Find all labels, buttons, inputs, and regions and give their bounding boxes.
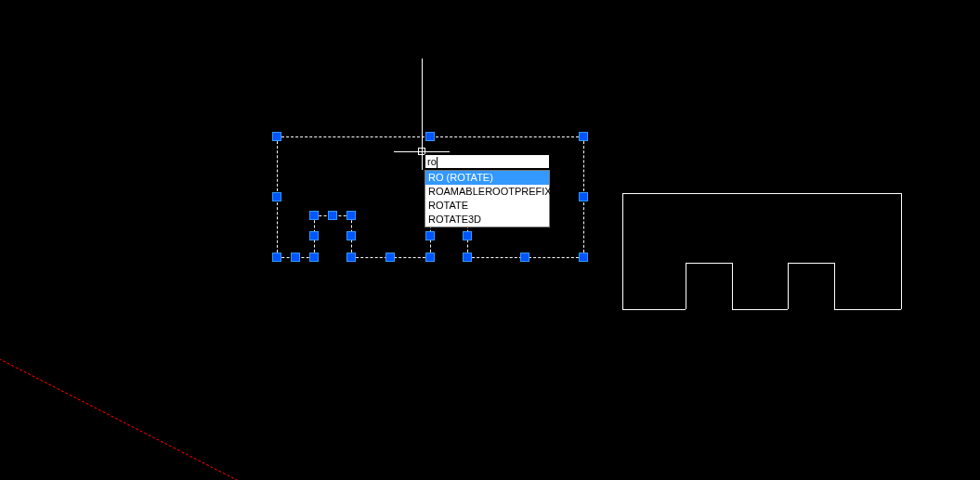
- grip-handle[interactable]: [579, 192, 588, 201]
- construction-line: [0, 335, 699, 480]
- grip-handle[interactable]: [520, 253, 529, 262]
- grip-handle[interactable]: [272, 192, 281, 201]
- autocomplete-item[interactable]: ROAMABLEROOTPREFIX: [425, 185, 549, 199]
- grip-handle[interactable]: [346, 253, 356, 262]
- grip-handle[interactable]: [579, 253, 588, 262]
- grip-handle[interactable]: [425, 231, 435, 240]
- grip-handle[interactable]: [346, 231, 356, 240]
- autocomplete-dropdown[interactable]: RO (ROTATE) ROAMABLEROOTPREFIX ROTATE RO…: [425, 170, 550, 227]
- command-input[interactable]: ro: [425, 154, 550, 169]
- grip-handle[interactable]: [579, 132, 588, 141]
- grip-handle[interactable]: [346, 211, 356, 220]
- autocomplete-item[interactable]: ROTATE3D: [425, 213, 549, 227]
- grip-handle[interactable]: [463, 253, 472, 262]
- drawing-canvas[interactable]: ro RO (ROTATE) ROAMABLEROOTPREFIX ROTATE…: [0, 0, 980, 480]
- grip-handle[interactable]: [309, 211, 319, 220]
- grip-handle[interactable]: [425, 253, 435, 262]
- text-caret: [437, 157, 438, 168]
- autocomplete-item[interactable]: RO (ROTATE): [425, 171, 549, 185]
- grip-handle[interactable]: [291, 253, 300, 262]
- command-input-text: ro: [427, 156, 437, 167]
- grip-handle[interactable]: [328, 211, 337, 220]
- grip-handle[interactable]: [463, 231, 472, 240]
- autocomplete-item[interactable]: ROTATE: [425, 199, 549, 213]
- grip-handle[interactable]: [272, 132, 281, 141]
- grip-handle[interactable]: [309, 231, 319, 240]
- grip-handle[interactable]: [385, 253, 395, 262]
- grip-handle[interactable]: [309, 253, 319, 262]
- grip-handle[interactable]: [272, 253, 281, 262]
- drawing-object[interactable]: [622, 193, 901, 309]
- grip-handle[interactable]: [425, 132, 435, 141]
